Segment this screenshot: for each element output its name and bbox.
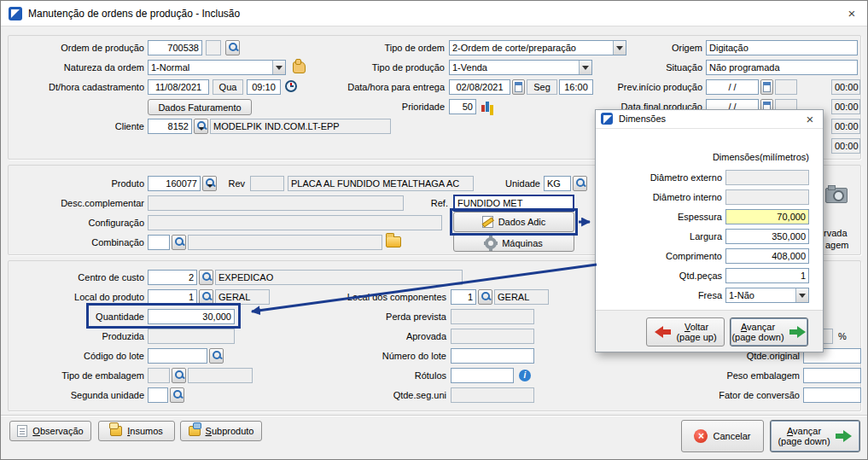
entrega-dow-field: Seg: [527, 79, 557, 95]
produto-field[interactable]: 160077: [148, 176, 201, 191]
combinacao-field[interactable]: [148, 235, 170, 250]
natureza-label: Natureza da ordem: [8, 60, 144, 75]
maquinas-button[interactable]: Máquinas: [453, 234, 574, 252]
codigo-lote-field[interactable]: [148, 348, 207, 364]
ordem-field[interactable]: 700538: [148, 40, 202, 55]
cadastro-dow-field: Qua: [213, 79, 243, 95]
unidade-field[interactable]: KG: [544, 176, 571, 191]
entrega-label: Data/hora para entrega: [308, 79, 445, 95]
centro-custo-search-button[interactable]: [199, 270, 213, 285]
cliente-search-button[interactable]: [194, 119, 208, 134]
cadastro-time-field[interactable]: 09:10: [247, 79, 281, 95]
local-componentes-search-button[interactable]: [478, 289, 492, 305]
espessura-label: Espessura: [603, 209, 722, 224]
local-componentes-field[interactable]: 1: [451, 289, 476, 305]
dados-faturamento-button[interactable]: Dados Faturamento: [148, 99, 252, 115]
local-produto-field[interactable]: 1: [148, 289, 197, 305]
desc-field: [148, 195, 404, 211]
largura-field[interactable]: 350,000: [725, 229, 809, 244]
centro-custo-field[interactable]: 2: [148, 270, 197, 285]
chevron-down-icon[interactable]: [272, 61, 285, 74]
tipo-embalagem-field: [148, 368, 170, 383]
qtd-pecas-label: Qtd.peças: [603, 268, 722, 283]
ordem-aux-field: [206, 40, 221, 55]
qtd-pecas-field[interactable]: 1: [725, 268, 809, 283]
fresa-label: Fresa: [603, 288, 722, 303]
cancel-x-icon: [694, 429, 708, 443]
camera-icon: [825, 188, 848, 203]
tipo-producao-label: Tipo de produção: [308, 60, 445, 75]
quantidade-field[interactable]: 30,000: [148, 309, 235, 324]
info-icon[interactable]: [519, 370, 531, 381]
largura-label: Largura: [603, 229, 722, 244]
prev-inicio-date-field[interactable]: / /: [706, 79, 759, 95]
fator-conversao-label: Fator de conversão: [663, 387, 800, 403]
gear-icon: [485, 237, 497, 249]
quantidade-label: Quantidade: [8, 309, 144, 324]
fator-conversao-field[interactable]: [803, 387, 861, 403]
segunda-unidade-search-button[interactable]: [170, 387, 184, 403]
cliente-label: Cliente: [8, 119, 144, 134]
subproduto-button[interactable]: Subproduto: [180, 421, 262, 441]
dialog-titlebar: Dimensões ×: [596, 110, 823, 129]
ref-field[interactable]: FUNDIDO MET: [453, 195, 574, 212]
cliente-code-field[interactable]: 8152: [148, 119, 192, 134]
tipo-embalagem-search-button[interactable]: [172, 368, 186, 383]
local-componentes-label: Local dos componentes: [310, 289, 446, 305]
insumos-button[interactable]: Insumos: [98, 421, 175, 441]
voltar-button[interactable]: Voltar(page up): [646, 317, 725, 346]
dialog-avancar-button[interactable]: Avançar(page down): [730, 317, 808, 346]
close-icon[interactable]: ×: [843, 5, 860, 22]
perda-prevista-field: [451, 309, 534, 324]
diametro-externo-label: Diâmetro externo: [603, 170, 722, 185]
local-produto-search-button[interactable]: [199, 289, 213, 305]
calendar-icon[interactable]: [760, 79, 773, 95]
chevron-down-icon[interactable]: [795, 288, 808, 302]
combinacao-search-button[interactable]: [172, 235, 186, 250]
produzida-field: [148, 329, 235, 344]
cadastro-date-field[interactable]: 11/08/2021: [148, 79, 209, 95]
imagem-label-fragment: agem: [825, 237, 849, 253]
local-produto-name-field: GERAL: [215, 289, 270, 305]
ordem-search-button[interactable]: [225, 40, 240, 55]
entrega-date-field[interactable]: 02/08/2021: [449, 79, 510, 95]
cancelar-button[interactable]: Cancelar: [681, 420, 764, 452]
avancar-button[interactable]: Avançar(page down): [770, 420, 860, 452]
prioridade-field[interactable]: 50: [449, 99, 476, 114]
rotulos-field[interactable]: [451, 368, 514, 383]
diametro-interno-label: Diâmetro interno: [603, 189, 722, 205]
dimensoes-dialog: Dimensões × Dimensões(milímetros) Diâmet…: [595, 109, 824, 352]
codigo-lote-search-button[interactable]: [209, 348, 224, 364]
qtde-seg-uni-field: [451, 387, 534, 403]
origem-field: Digitação: [706, 40, 858, 55]
peso-embalagem-label: Peso embalagem: [663, 368, 800, 383]
ref-label: Ref.: [390, 195, 448, 211]
folder-icon[interactable]: [386, 236, 401, 247]
numero-lote-field[interactable]: [451, 348, 534, 364]
configuracao-label: Configuração: [8, 215, 144, 230]
situacao-label: Situação: [590, 60, 702, 75]
entrega-time-field[interactable]: 16:00: [559, 79, 593, 95]
calendar-icon[interactable]: [512, 79, 525, 95]
fresa-select[interactable]: 1-Não: [725, 288, 809, 303]
segunda-unidade-field[interactable]: [148, 387, 168, 403]
produto-name-field: PLACA AL FUNDIDO METALTHAGA AC: [288, 176, 474, 191]
data-final-time-field: 00:00: [831, 99, 860, 114]
red-arrow-left-icon: [654, 326, 671, 338]
espessura-field[interactable]: 70,000: [725, 209, 809, 224]
tipo-producao-select[interactable]: 1-Venda: [449, 60, 592, 75]
unidade-search-button[interactable]: [573, 176, 587, 191]
dados-adic-button[interactable]: Dados Adic: [453, 212, 574, 232]
observacao-button[interactable]: Observação: [9, 421, 91, 441]
combinacao-label: Combinação: [8, 235, 144, 250]
prev-inicio-time-field: 00:00: [831, 79, 860, 95]
local-componentes-name-field: GERAL: [494, 289, 549, 305]
comprimento-field[interactable]: 408,000: [725, 248, 809, 264]
qtde-seg-uni-label: Qtde.seg.uni: [310, 387, 446, 403]
natureza-select[interactable]: 1-Normal: [148, 60, 286, 75]
peso-embalagem-field[interactable]: [803, 368, 861, 383]
time-field-3: 00:00: [831, 119, 860, 134]
window-title: Manutenção de ordens de produção - Inclu…: [28, 8, 240, 20]
segunda-unidade-label: Segunda unidade: [8, 387, 144, 403]
close-icon[interactable]: ×: [801, 111, 818, 128]
